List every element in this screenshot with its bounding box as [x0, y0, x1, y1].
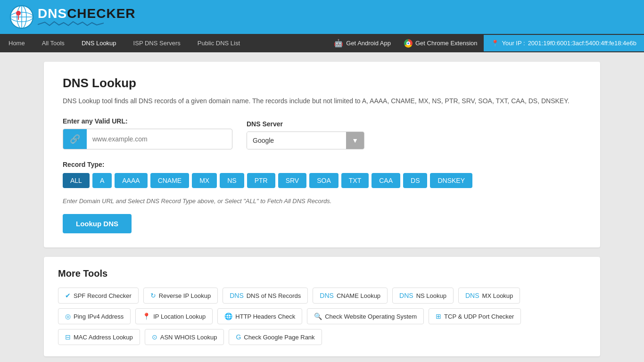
android-icon: 🤖 [334, 39, 343, 48]
dns-server-select[interactable]: Google Cloudflare OpenDNS Custom [247, 132, 346, 149]
page-title: DNS Lookup [63, 76, 581, 90]
nav-public-dns[interactable]: Public DNS List [189, 34, 248, 52]
lookup-dns-button[interactable]: Lookup DNS [63, 214, 132, 233]
tool-item-mac-lookup[interactable]: ⊟MAC Address Lookup [58, 329, 140, 345]
ip-display: 📍 Your IP : 2001:19f0:6001:3acf:5400:4ff… [484, 35, 644, 51]
tool-label-reverse-ip: Reverse IP Lookup [159, 292, 211, 299]
tool-icon-cname: DNS [320, 292, 334, 299]
url-form-group: Enter any Valid URL: 🔗 [63, 117, 232, 149]
tools-grid: ✔SPF Record Checker↻Reverse IP LookupDNS… [58, 288, 586, 345]
logo-checker: CHECKER [67, 6, 135, 21]
record-types: ALLAAAAACNAMEMXNSPTRSRVSOATXTCAADSDNSKEY [63, 173, 581, 188]
record-type-btn-srv[interactable]: SRV [278, 173, 307, 188]
tool-label-dns-ns: DNS of NS Records [247, 292, 301, 299]
tool-icon-port-checker: ⊞ [436, 313, 441, 320]
tool-item-pagerank[interactable]: GCheck Google Page Rank [229, 329, 322, 345]
logo[interactable]: DNSCHECKER [9, 5, 136, 29]
record-type-btn-caa[interactable]: CAA [372, 173, 400, 188]
tool-icon-mac-lookup: ⊟ [65, 333, 71, 341]
form-row: Enter any Valid URL: 🔗 DNS Server Google… [63, 117, 581, 149]
header: DNSCHECKER [0, 0, 644, 34]
tool-label-asn: ASN WHOIS Lookup [160, 334, 217, 341]
ip-label: Your IP : [502, 40, 525, 47]
record-type-btn-cname[interactable]: CNAME [150, 173, 190, 188]
nav-all-tools[interactable]: All Tools [33, 34, 73, 52]
svg-point-6 [16, 11, 21, 16]
main-content: DNS Lookup DNS Lookup tool finds all DNS… [44, 62, 600, 247]
tool-icon-asn: ⊙ [152, 333, 157, 341]
record-type-section: Record Type: ALLAAAAACNAMEMXNSPTRSRVSOAT… [63, 161, 581, 188]
more-tools-title: More Tools [58, 268, 586, 279]
tool-icon-pagerank: G [236, 333, 241, 341]
dns-server-form-group: DNS Server Google Cloudflare OpenDNS Cus… [247, 120, 364, 149]
tool-item-reverse-ip[interactable]: ↻Reverse IP Lookup [143, 288, 218, 304]
record-type-label: Record Type: [63, 161, 581, 168]
tool-item-ns[interactable]: DNSNS Lookup [392, 288, 454, 304]
dns-server-label: DNS Server [247, 120, 364, 128]
ip-value: 2001:19f0:6001:3acf:5400:4ff:fe18:4e6b [528, 40, 636, 47]
record-type-btn-mx[interactable]: MX [192, 173, 217, 188]
record-type-btn-ds[interactable]: DS [403, 173, 427, 188]
link-icon: 🔗 [63, 129, 87, 149]
tool-icon-mx: DNS [465, 292, 479, 299]
tool-item-dns-ns[interactable]: DNSDNS of NS Records [223, 288, 308, 304]
record-type-btn-ptr[interactable]: PTR [247, 173, 275, 188]
tool-label-os-check: Check Website Operating System [325, 313, 417, 320]
tool-icon-ns: DNS [399, 292, 413, 299]
chrome-extension-link[interactable]: Get Chrome Extension [397, 34, 484, 52]
app-links: 🤖 Get Android App Get Chrome Extension [327, 34, 484, 52]
record-type-btn-aaaa[interactable]: AAAA [115, 173, 147, 188]
record-type-btn-ns[interactable]: NS [220, 173, 244, 188]
record-type-btn-a[interactable]: A [92, 173, 112, 188]
tool-icon-spf: ✔ [65, 292, 71, 299]
tool-item-spf[interactable]: ✔SPF Record Checker [58, 288, 139, 304]
nav-dns-lookup[interactable]: DNS Lookup [73, 34, 125, 52]
tool-label-ping: Ping IPv4 Address [74, 313, 124, 320]
logo-wave-icon [38, 21, 104, 27]
tool-label-mx: MX Lookup [482, 292, 513, 299]
android-app-label: Get Android App [346, 40, 391, 47]
tool-item-asn[interactable]: ⊙ASN WHOIS Lookup [145, 329, 224, 345]
tool-icon-http-headers: 🌐 [224, 313, 232, 320]
url-input-wrapper: 🔗 [63, 129, 232, 149]
tool-icon-dns-ns: DNS [230, 292, 244, 299]
tool-label-mac-lookup: MAC Address Lookup [74, 334, 133, 341]
tool-label-port-checker: TCP & UDP Port Checker [444, 313, 514, 320]
dns-server-wrapper: Google Cloudflare OpenDNS Custom ▼ [247, 132, 364, 149]
tool-icon-ip-location: 📍 [142, 313, 150, 320]
tool-label-ns: NS Lookup [416, 292, 446, 299]
tool-item-os-check[interactable]: 🔍Check Website Operating System [307, 308, 424, 324]
chrome-icon [404, 39, 413, 48]
tool-icon-reverse-ip: ↻ [150, 292, 156, 299]
tool-label-pagerank: Check Google Page Rank [244, 334, 314, 341]
tool-icon-os-check: 🔍 [314, 313, 322, 320]
dns-server-dropdown-btn[interactable]: ▼ [346, 132, 364, 149]
record-type-btn-all[interactable]: ALL [63, 173, 90, 188]
tool-label-http-headers: HTTP Headers Check [235, 313, 295, 320]
tool-item-cname[interactable]: DNSCNAME Lookup [313, 288, 388, 304]
tool-label-spf: SPF Record Checker [74, 292, 132, 299]
record-type-btn-soa[interactable]: SOA [309, 173, 339, 188]
tool-label-ip-location: IP Location Lookup [153, 313, 206, 320]
more-tools-section: More Tools ✔SPF Record Checker↻Reverse I… [44, 257, 600, 356]
record-type-btn-txt[interactable]: TXT [341, 173, 369, 188]
url-label: Enter any Valid URL: [63, 117, 232, 125]
tool-item-mx[interactable]: DNSMX Lookup [458, 288, 520, 304]
chrome-extension-label: Get Chrome Extension [415, 40, 478, 47]
nav-isp-dns[interactable]: ISP DNS Servers [125, 34, 189, 52]
tool-item-ip-location[interactable]: 📍IP Location Lookup [135, 308, 213, 324]
tool-icon-ping: ◎ [65, 313, 71, 320]
navbar: Home All Tools DNS Lookup ISP DNS Server… [0, 34, 644, 52]
tool-item-http-headers[interactable]: 🌐HTTP Headers Check [217, 308, 302, 324]
hint-text: Enter Domain URL and Select DNS Record T… [63, 197, 581, 205]
tool-label-cname: CNAME Lookup [337, 292, 380, 299]
tool-item-ping[interactable]: ◎Ping IPv4 Address [58, 308, 131, 324]
tool-item-port-checker[interactable]: ⊞TCP & UDP Port Checker [429, 308, 521, 324]
record-type-btn-dnskey[interactable]: DNSKEY [430, 173, 472, 188]
url-input[interactable] [87, 131, 232, 148]
android-app-link[interactable]: 🤖 Get Android App [327, 34, 397, 52]
logo-dns: DNS [38, 6, 67, 21]
nav-home[interactable]: Home [0, 34, 33, 52]
page-description: DNS Lookup tool finds all DNS records of… [63, 96, 581, 106]
logo-globe-icon [9, 5, 34, 29]
